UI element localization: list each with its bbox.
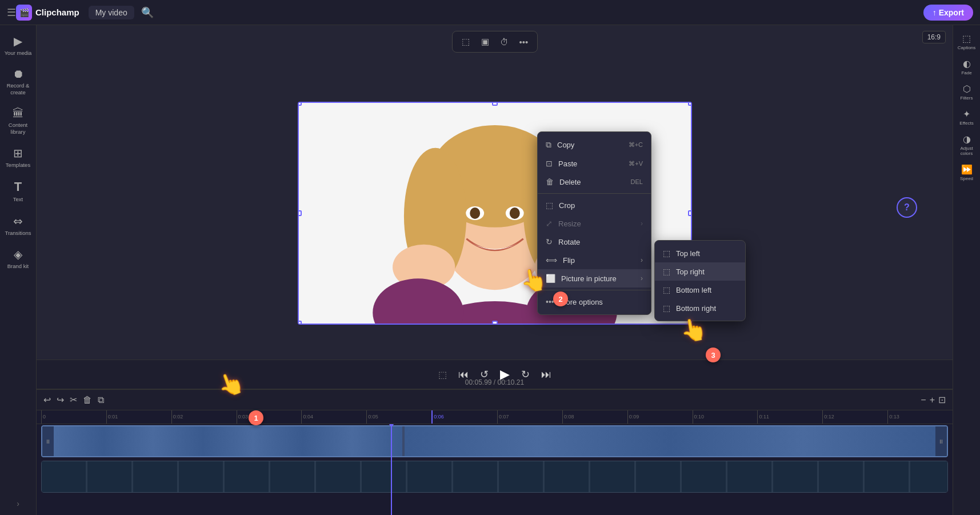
track-2-content[interactable] xyxy=(41,461,948,493)
project-title[interactable]: My video xyxy=(89,6,134,19)
more-tools-button[interactable]: ••• xyxy=(515,34,533,50)
ruler-mark: 0:05 xyxy=(366,410,431,424)
pip-bottom-right[interactable]: ⬚ Bottom right xyxy=(655,299,745,317)
handle-top-left[interactable] xyxy=(298,102,302,106)
crop-icon: ⬚ xyxy=(546,201,553,210)
sidebar-item-label: Brand kit xyxy=(7,263,29,269)
pip-top-right[interactable]: ⬚ Top right xyxy=(655,262,745,281)
svg-point-8 xyxy=(470,207,480,219)
context-menu: ⧉ Copy ⌘+C ⊡ Paste ⌘+V 🗑 Delete DEL ⬚ Cr… xyxy=(537,131,651,315)
context-menu-rotate[interactable]: ↻ Rotate xyxy=(538,233,651,251)
handle-bottom-left[interactable] xyxy=(298,321,302,325)
fit-button[interactable]: ⊡ xyxy=(938,394,946,405)
sidebar-item-transitions[interactable]: ⇔ Transitions xyxy=(2,210,35,241)
text-icon: T xyxy=(14,179,22,194)
help-button[interactable]: ? xyxy=(897,197,917,218)
paste-shortcut: ⌘+V xyxy=(629,160,643,167)
ruler-mark: 0 xyxy=(41,410,106,424)
topbar: ☰ 🎬 Clipchamp My video 🔍 ↑ Export xyxy=(0,0,980,25)
sidebar-item-your-media[interactable]: ▶ Your media xyxy=(2,30,35,61)
undo-button[interactable]: ↩ xyxy=(43,394,51,405)
ruler-mark: 0:08 xyxy=(562,410,627,424)
delete-shortcut: DEL xyxy=(631,178,643,185)
pip-bottom-left-label: Bottom left xyxy=(676,286,711,294)
logo-icon: 🎬 xyxy=(16,5,32,21)
screenshot-button[interactable]: ⬚ xyxy=(438,369,447,380)
track-1: ⏸ ⏸ xyxy=(41,425,948,457)
right-sidebar: ⬚ Captions ◐ Fade ⬡ Filters ✦ Effects ◑ … xyxy=(953,25,980,515)
time-separator: / xyxy=(494,378,498,386)
sidebar-item-brand-kit[interactable]: ◈ Brand kit xyxy=(2,243,35,274)
cut-button[interactable]: ✂ xyxy=(70,394,77,405)
ruler-mark: 0:12 xyxy=(822,410,887,424)
crop-tool-button[interactable]: ⬚ xyxy=(457,34,474,50)
duplicate-button[interactable]: ⧉ xyxy=(98,395,104,405)
pip-bottom-left[interactable]: ⬚ Bottom left xyxy=(655,281,745,299)
delete-timeline-button[interactable]: 🗑 xyxy=(83,395,92,405)
sidebar-item-label: Content library xyxy=(4,122,33,135)
resize-label: Resize xyxy=(558,219,581,228)
right-item-captions[interactable]: ⬚ Captions xyxy=(954,30,979,54)
flip-arrow-icon: › xyxy=(641,256,643,264)
right-item-filters[interactable]: ⬡ Filters xyxy=(954,80,979,104)
redo-button[interactable]: ↪ xyxy=(57,394,64,405)
frame-tool-button[interactable]: ▣ xyxy=(477,34,494,50)
right-item-fade[interactable]: ◐ Fade xyxy=(954,55,979,79)
right-item-label: Captions xyxy=(958,45,976,50)
handle-bottom-mid[interactable] xyxy=(492,321,498,325)
captions-icon: ⬚ xyxy=(962,33,971,44)
sidebar-item-record-create[interactable]: ⏺ Record &create xyxy=(2,63,35,100)
track-thumbnails-left xyxy=(54,426,402,456)
zoom-in-button[interactable]: + xyxy=(930,394,935,405)
context-menu-flip[interactable]: ⟺ Flip › xyxy=(538,251,651,269)
context-menu-paste[interactable]: ⊡ Paste ⌘+V xyxy=(538,154,651,173)
ruler-mark: 0:13 xyxy=(887,410,953,424)
handle-top-mid[interactable] xyxy=(492,102,498,106)
your-media-icon: ▶ xyxy=(14,34,22,48)
sidebar-item-label: Templates xyxy=(6,162,30,168)
right-item-adjust-colors[interactable]: ◑ Adjust colors xyxy=(954,130,979,159)
copy-shortcut: ⌘+C xyxy=(629,141,643,149)
sidebar-item-text[interactable]: T Text xyxy=(2,175,35,207)
right-item-effects[interactable]: ✦ Effects xyxy=(954,105,979,129)
ruler-mark: 0:06 xyxy=(431,410,497,424)
playhead[interactable] xyxy=(391,424,392,515)
zoom-out-button[interactable]: − xyxy=(921,394,926,405)
current-time: 00:05.99 xyxy=(465,378,492,386)
flip-label: Flip xyxy=(563,256,575,265)
cursor-badge-1: 1 xyxy=(249,410,263,425)
track-thumbnails xyxy=(54,426,935,456)
context-menu-pip[interactable]: ⬜ Picture in picture › xyxy=(538,269,651,288)
hamburger-menu-icon[interactable]: ☰ xyxy=(7,6,16,19)
right-item-speed[interactable]: ⏩ Speed xyxy=(954,161,979,185)
context-menu-delete[interactable]: 🗑 Delete DEL xyxy=(538,173,651,191)
timeline: ↩ ↪ ✂ 🗑 ⧉ − + ⊡ 0 0:01 0:02 0:03 0:04 0:… xyxy=(37,389,953,515)
context-menu-resize[interactable]: ⤢ Resize › xyxy=(538,214,651,233)
sidebar-expand-button[interactable]: › xyxy=(17,499,19,508)
pip-icon: ⬜ xyxy=(546,274,555,283)
pip-arrow-icon: › xyxy=(641,274,643,282)
sidebar-item-content-library[interactable]: 🏛 Content library xyxy=(2,102,35,139)
context-menu-crop[interactable]: ⬚ Crop xyxy=(538,196,651,214)
pip-label: Picture in picture xyxy=(561,274,617,283)
pip-top-left-icon: ⬚ xyxy=(663,249,670,258)
app-logo: 🎬 Clipchamp xyxy=(16,5,79,21)
sidebar-item-label: Record &create xyxy=(7,82,30,95)
aspect-ratio-badge[interactable]: 16:9 xyxy=(922,31,946,43)
pip-top-left-label: Top left xyxy=(676,249,700,258)
track-1-content[interactable]: ⏸ ⏸ xyxy=(41,425,948,457)
ruler-mark: 0:03 xyxy=(237,410,302,424)
export-button[interactable]: ↑ Export xyxy=(923,5,973,21)
search-icon[interactable]: 🔍 xyxy=(141,6,154,19)
timer-tool-button[interactable]: ⏱ xyxy=(496,34,513,50)
handle-mid-left[interactable] xyxy=(298,210,302,216)
handle-top-right[interactable] xyxy=(688,102,692,106)
pip-top-left[interactable]: ⬚ Top left xyxy=(655,244,745,262)
sidebar-item-templates[interactable]: ⊞ Templates xyxy=(2,142,35,173)
skip-forward-button[interactable]: ⏭ xyxy=(541,369,551,381)
copy-label: Copy xyxy=(557,141,574,149)
context-menu-copy[interactable]: ⧉ Copy ⌘+C xyxy=(538,135,651,154)
rotate-label: Rotate xyxy=(558,238,580,246)
handle-mid-right[interactable] xyxy=(688,210,692,216)
content-library-icon: 🏛 xyxy=(13,107,24,120)
